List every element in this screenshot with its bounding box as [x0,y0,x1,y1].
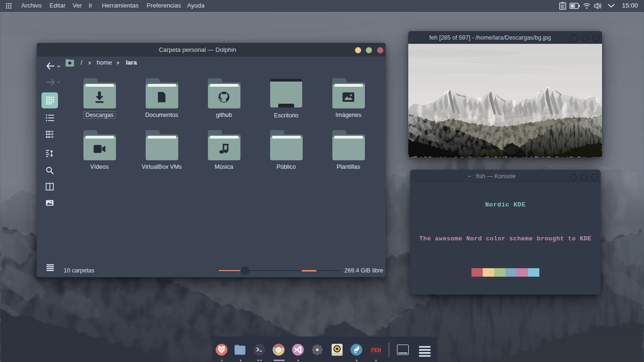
svg-text:FEH: FEH [371,347,381,354]
